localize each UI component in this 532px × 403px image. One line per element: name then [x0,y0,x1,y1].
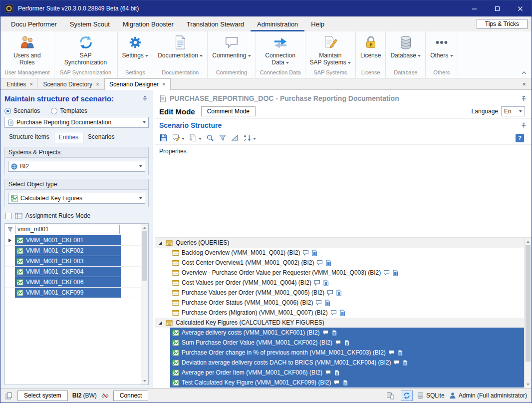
tree-group-queries-queries[interactable]: Queries (QUERIES) [155,238,524,248]
help-button[interactable]: ? [516,134,524,142]
tab-scenario-designer[interactable]: Scenario Designer× [104,78,171,90]
comment-mode-button[interactable]: Comment Mode [201,106,256,116]
document-icon[interactable] [336,290,342,296]
grid-row[interactable]: VMM_M001_CKF002 [5,246,141,256]
tree-item[interactable]: Test Calculated Key Figure (VMM_M001_CKF… [155,378,524,388]
ribbon-button-license[interactable]: License [356,31,385,68]
validate-button[interactable] [230,133,241,143]
ribbon-button-database[interactable]: Database [386,31,425,68]
tree-item[interactable]: Backlog Overview (VMM_M001_Q001) (BI2) [155,248,524,258]
comment-icon[interactable] [314,280,320,286]
document-icon[interactable] [392,270,398,276]
tree-item[interactable]: Cost Center Overview1 (VMM_M001_Q002) (B… [155,258,524,268]
grid-row[interactable]: VMM_M001_CKF099 [5,288,141,298]
minimize-button[interactable] [463,0,486,16]
ribbon-button-users-and-roles[interactable]: Users and Roles [9,31,45,68]
tree-item[interactable]: Overview - Purchase Order Value per Requ… [155,268,524,278]
grid-row[interactable]: VMM_M001_CKF004 [5,267,141,277]
comment-options-button[interactable] [171,132,186,143]
tree-item[interactable]: Purchase Order Status (VMM_M001_Q006) (B… [155,298,524,308]
ribbon-button-commenting[interactable]: Commenting [208,31,255,68]
refresh-button[interactable] [401,391,413,401]
comment-icon[interactable] [316,260,323,266]
maximize-button[interactable] [486,0,509,16]
scroll-up-icon[interactable] [525,238,532,245]
tree-item[interactable]: Purchase Orders (Migration) (VMM_M001_Q0… [155,308,524,318]
close-icon[interactable]: × [29,81,33,87]
copy-button[interactable] [188,132,203,143]
database-export-button[interactable] [384,391,396,401]
ribbon-button-others[interactable]: Others [426,31,457,68]
menu-item-system-scout[interactable]: System Scout [63,16,116,31]
menu-item-translation-steward[interactable]: Translation Steward [180,16,251,31]
tabstrip-close-icon[interactable]: × [517,78,532,89]
document-icon[interactable] [311,250,317,256]
ribbon-button-sap-synchronization[interactable]: SAP Synchronization [54,31,117,68]
close-button[interactable] [509,0,532,16]
tips-tricks-button[interactable]: Tips & Tricks [477,19,528,29]
tab-scenarios[interactable]: Scenarios [83,132,119,143]
close-icon[interactable]: × [96,81,99,87]
select-system-button[interactable]: Select system [17,391,68,401]
scroll-down-icon[interactable] [525,381,532,388]
grid-filter-input[interactable]: vmm_m001 [15,225,120,234]
grid-row[interactable]: VMM_M001_CKF001 [5,235,141,246]
document-icon[interactable] [402,360,408,366]
document-icon[interactable] [397,350,403,356]
collapse-icon[interactable] [158,241,163,245]
scroll-up-icon[interactable] [141,224,148,231]
close-icon[interactable]: × [162,81,166,87]
comment-icon[interactable] [393,360,400,366]
tree-item[interactable]: Purchase Order change in % of previous m… [155,348,524,358]
tab-structure-items[interactable]: Structure items [4,132,54,143]
comment-icon[interactable] [322,330,329,336]
filter-button[interactable] [217,133,228,143]
document-icon[interactable] [344,340,350,346]
scenario-combobox[interactable]: Purchase Reporting Documentation [4,117,149,128]
tab-entities[interactable]: Entities× [1,78,38,89]
ribbon-collapse-icon[interactable] [522,71,527,74]
assignment-rules-checkbox[interactable] [5,213,12,219]
tree-scrollbar[interactable] [524,238,532,388]
menu-item-help[interactable]: Help [304,16,331,31]
pin-icon[interactable] [141,95,149,102]
menu-item-administration[interactable]: Administration [251,16,304,31]
document-icon[interactable] [339,310,345,316]
scroll-track[interactable] [141,231,148,377]
tree-item[interactable]: Average per Order Item (VMM_M001_CKF006)… [155,368,524,378]
comment-icon[interactable] [383,270,390,276]
pin-icon[interactable] [520,95,528,102]
radio-templates[interactable]: Templates [51,107,87,114]
language-combobox[interactable]: En [501,106,525,116]
document-icon[interactable] [342,380,348,386]
comment-icon[interactable] [315,300,322,306]
tree-group-calculated-key-figures-calculated-key-figures[interactable]: Calculated Key Figures (CALCULATED KEY F… [155,318,524,328]
tab-scenario-directory[interactable]: Scenario Directory× [38,78,104,89]
save-button[interactable] [158,133,169,143]
document-icon[interactable] [334,370,340,376]
grid-scrollbar[interactable] [141,224,148,385]
tree-item[interactable]: Cost Values per Order (VMM_M001_Q004) (B… [155,278,524,288]
tree-item[interactable]: Purchase Values per Order (VMM_M001_Q005… [155,288,524,298]
filter-funnel-icon[interactable] [5,227,15,232]
ribbon-button-connection-data[interactable]: Connection Data [261,31,300,68]
zoom-button[interactable] [205,133,216,143]
menu-item-docu-performer[interactable]: Docu Performer [4,16,63,31]
comment-icon[interactable] [335,340,341,346]
connect-button[interactable]: Connect [113,391,149,401]
collapse-icon[interactable] [158,321,163,325]
scroll-track[interactable] [525,245,532,381]
comment-icon[interactable] [302,250,309,256]
radio-scenarios[interactable]: Scenarios [4,107,40,114]
scroll-thumb[interactable] [526,245,531,362]
sort-button[interactable]: AZ [242,132,258,143]
comment-icon[interactable] [330,310,337,316]
grid-row[interactable]: VMM_M001_CKF006 [5,277,141,288]
pin-icon[interactable] [520,121,528,129]
comment-icon[interactable] [325,370,331,376]
menu-item-migration-booster[interactable]: Migration Booster [116,16,180,31]
document-icon[interactable] [324,300,330,306]
ribbon-button-settings[interactable]: Settings [118,31,153,68]
comment-icon[interactable] [327,290,333,296]
ribbon-button-documentation[interactable]: Documentation [153,31,207,68]
